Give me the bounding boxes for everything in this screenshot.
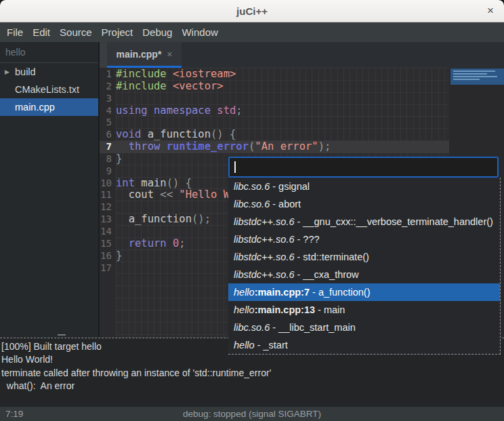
- tree-item-cmakelists[interactable]: CMakeLists.txt: [0, 81, 98, 98]
- stack-frame-item[interactable]: hello:main.cpp:13 - main: [228, 301, 500, 319]
- line-number: 12: [100, 201, 116, 214]
- stack-frame-item[interactable]: libstdc++.so.6 - __gnu_cxx::__verbose_te…: [228, 213, 500, 230]
- line-number: 7: [100, 141, 116, 153]
- menubar: File Edit Source Project Debug Window: [0, 22, 504, 42]
- tooltip-text-line: [453, 76, 497, 77]
- menu-project[interactable]: Project: [97, 22, 138, 42]
- menu-edit[interactable]: Edit: [28, 22, 55, 42]
- tree-item-maincpp[interactable]: main.cpp: [0, 98, 98, 116]
- debug-status: debug: stopped (signal SIGABRT): [0, 407, 504, 421]
- stack-frame-item[interactable]: libstdc++.so.6 - __cxa_throw: [228, 266, 500, 283]
- line-number: 17: [100, 262, 116, 275]
- stack-frame-item[interactable]: libc.so.6 - __libc_start_main: [228, 319, 500, 336]
- line-number: 2: [100, 81, 116, 93]
- tree-item-label: main.cpp: [15, 102, 55, 113]
- tab-bar-edge: [100, 42, 107, 68]
- text-cursor: [234, 161, 236, 173]
- stack-frame-item[interactable]: libstdc++.so.6 - std::terminate(): [228, 248, 500, 266]
- code-line-current[interactable]: 7 throw runtime_error("An error");: [100, 141, 449, 153]
- code-line[interactable]: 4using namespace std;: [100, 105, 449, 117]
- stack-frame-item-selected[interactable]: hello:main.cpp:7 - a_function(): [228, 283, 500, 301]
- tooltip-text-line: [453, 73, 487, 75]
- menu-source[interactable]: Source: [55, 22, 97, 42]
- code-line[interactable]: 2#include <vector>: [100, 81, 449, 93]
- line-number: 8: [100, 153, 116, 165]
- line-number: 11: [100, 189, 116, 201]
- code-line[interactable]: 5: [100, 117, 449, 129]
- stack-frame-item[interactable]: hello - _start: [228, 336, 500, 354]
- tree-item-label: CMakeLists.txt: [15, 84, 79, 95]
- menu-debug[interactable]: Debug: [138, 22, 177, 42]
- line-number: 4: [100, 105, 116, 117]
- close-icon[interactable]: ×: [484, 0, 497, 22]
- line-number: 13: [100, 214, 116, 226]
- titlebar[interactable]: juCi++ ×: [0, 0, 504, 22]
- code-line[interactable]: 6void a_function() {: [100, 129, 449, 141]
- line-number: 6: [100, 129, 116, 141]
- backtrace-popup: libc.so.6 - gsignal libc.so.6 - abort li…: [228, 157, 501, 355]
- stack-frame-item[interactable]: libc.so.6 - abort: [228, 195, 500, 213]
- code-line[interactable]: 1#include <iostream>: [100, 68, 449, 81]
- project-name-header: hello: [0, 42, 98, 63]
- tree-item-label: build: [15, 66, 36, 77]
- code-line[interactable]: 3: [100, 93, 449, 105]
- tree-item-build[interactable]: ▶ build: [0, 63, 98, 81]
- tooltip-text-line: [453, 71, 495, 72]
- line-number: 16: [100, 250, 116, 262]
- tab-maincpp[interactable]: main.cpp* ×: [107, 42, 182, 68]
- scrollbar-thumb[interactable]: [58, 334, 66, 336]
- tooltip-overlay: [450, 68, 504, 85]
- expander-triangle-icon[interactable]: ▶: [5, 63, 9, 81]
- file-tree-sidebar: hello ▶ build CMakeLists.txt main.cpp: [0, 42, 100, 338]
- stack-frame-item[interactable]: libc.so.6 - gsignal: [228, 178, 500, 195]
- line-number: 14: [100, 226, 116, 238]
- status-bar: 7:19 debug: stopped (signal SIGABRT): [0, 407, 504, 421]
- backtrace-list: libc.so.6 - gsignal libc.so.6 - abort li…: [228, 178, 501, 355]
- line-number: 5: [100, 117, 116, 129]
- stack-frame-item[interactable]: libstdc++.so.6 - ???: [228, 230, 500, 248]
- line-number: 9: [100, 165, 116, 178]
- tab-bar: main.cpp* ×: [100, 42, 504, 68]
- terminal-line: terminate called after throwing an insta…: [1, 367, 504, 380]
- line-number: 3: [100, 93, 116, 105]
- tab-label: main.cpp*: [116, 49, 161, 60]
- tooltip-text-line: [453, 79, 480, 80]
- window-title: juCi++: [0, 0, 504, 22]
- backtrace-filter-input[interactable]: [228, 157, 499, 178]
- terminal-line: what(): An error: [1, 380, 504, 393]
- line-number: 10: [100, 178, 116, 190]
- menu-window[interactable]: Window: [177, 22, 222, 42]
- line-number: 15: [100, 238, 116, 250]
- jucipp-window: juCi++ × File Edit Source Project Debug …: [0, 0, 504, 421]
- menu-file[interactable]: File: [2, 22, 28, 42]
- line-number: 1: [100, 68, 116, 81]
- tab-close-icon[interactable]: ×: [167, 49, 172, 60]
- terminal-line: Hello World!: [1, 353, 504, 366]
